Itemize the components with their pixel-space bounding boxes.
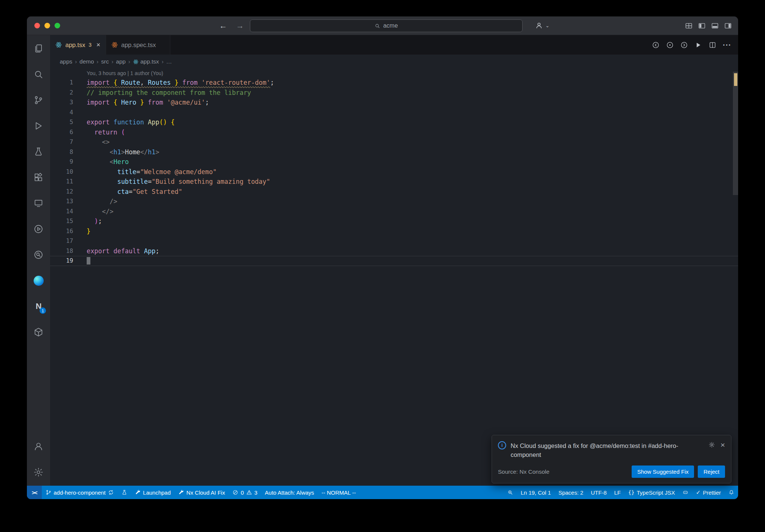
git-branch-icon [46, 489, 52, 495]
code-line[interactable]: 15 ); [50, 216, 738, 226]
explorer-icon[interactable] [30, 40, 47, 58]
breadcrumb-item[interactable]: src [101, 58, 109, 65]
scrollbar-thumb[interactable] [733, 72, 738, 195]
code-line[interactable]: 18export default App; [50, 246, 738, 256]
editor[interactable]: You, 3 hours ago | 1 author (You) 1impor… [50, 69, 738, 486]
go-back-icon[interactable]: ← [219, 21, 227, 30]
minimize-window-button[interactable] [44, 23, 50, 28]
code-token: > [121, 148, 125, 156]
search-icon[interactable] [30, 65, 47, 83]
reject-button[interactable]: Reject [698, 466, 725, 478]
code-line[interactable]: 16} [50, 226, 738, 236]
beaker-icon [121, 489, 127, 495]
remote-indicator[interactable]: >< [27, 486, 42, 499]
bell-icon [728, 489, 734, 495]
layout-controls [685, 22, 732, 30]
navigate-forward-icon[interactable] [680, 41, 688, 49]
breadcrumb-item[interactable]: app [116, 58, 126, 65]
code-line[interactable]: 12 cta="Get Started" [50, 187, 738, 197]
line-number: 4 [50, 108, 73, 118]
panel-right-icon[interactable] [724, 22, 732, 30]
language-label: TypeScript JSX [637, 489, 675, 496]
more-actions-icon[interactable]: ··· [723, 41, 731, 49]
run-file-icon[interactable] [694, 41, 702, 49]
navigate-back-icon[interactable] [652, 41, 660, 49]
accounts-icon[interactable] [30, 437, 47, 455]
close-window-button[interactable] [34, 23, 40, 28]
vim-mode-item[interactable]: -- NORMAL -- [318, 486, 360, 499]
testing-icon[interactable] [30, 143, 47, 161]
remote-explorer-icon[interactable] [30, 194, 47, 212]
package-explorer-icon[interactable] [30, 323, 47, 341]
code-line[interactable]: 19 [50, 256, 738, 266]
panel-left-icon[interactable] [698, 22, 706, 30]
layout-grid-icon[interactable] [685, 22, 693, 30]
check-icon: ✓ [696, 489, 701, 496]
close-notification-icon[interactable]: × [721, 441, 725, 448]
notifications-bell-item[interactable] [725, 486, 738, 499]
code-line[interactable]: 4 [50, 108, 738, 118]
cursor-position-item[interactable]: Ln 19, Col 1 [517, 486, 555, 499]
split-editor-icon[interactable] [709, 41, 716, 49]
code-line[interactable]: 2// importing the component from the lib… [50, 88, 738, 98]
problems-item[interactable]: 0 3 [229, 486, 261, 499]
code-line[interactable]: 8 <h1>Home</h1> [50, 147, 738, 157]
command-center-search[interactable]: acme [250, 19, 523, 32]
code-token: Routes [148, 79, 171, 86]
nx-console-icon[interactable]: N 1 [30, 297, 47, 315]
breadcrumb-item[interactable]: … [166, 58, 172, 65]
panel-bottom-icon[interactable] [711, 22, 719, 30]
breakpoint-icon[interactable] [666, 41, 674, 49]
branch-item[interactable]: add-hero-component [42, 486, 118, 499]
line-number: 6 [50, 127, 73, 137]
copilot-item[interactable] [679, 486, 692, 499]
code-token: ( [121, 129, 125, 136]
encoding-item[interactable]: UTF-8 [587, 486, 611, 499]
code-line[interactable]: 10 title="Welcmoe @acme/demo" [50, 167, 738, 177]
code-token: > [155, 148, 159, 156]
code-line[interactable]: 9 <Hero [50, 157, 738, 167]
tab-app-spec-tsx[interactable]: app.spec.tsx × [106, 35, 170, 55]
go-forward-icon[interactable]: → [236, 21, 244, 30]
extensions-icon[interactable] [30, 168, 47, 186]
profile-menu[interactable]: ⌄ [535, 21, 549, 30]
breadcrumb-item[interactable]: apps [60, 58, 72, 65]
show-suggested-fix-button[interactable]: Show Suggested Fix [632, 466, 694, 478]
breadcrumb-item[interactable]: demo [80, 58, 94, 65]
zoom-window-button[interactable] [55, 23, 60, 28]
edge-browser-icon[interactable] [30, 272, 47, 290]
language-mode-item[interactable]: {} TypeScript JSX [625, 486, 679, 499]
indentation-item[interactable]: Spaces: 2 [555, 486, 587, 499]
settings-gear-icon[interactable] [30, 463, 47, 481]
nx-cloud-fix-item[interactable]: Nx Cloud AI Fix [174, 486, 229, 499]
notification-settings-gear-icon[interactable] [708, 441, 715, 448]
test-status-item[interactable] [118, 486, 131, 499]
formatter-label: Prettier [703, 489, 721, 496]
code-line[interactable]: 13 /> [50, 197, 738, 207]
code-line[interactable]: 3import { Hero } from '@acme/ui'; [50, 98, 738, 108]
code-line[interactable]: 14 </> [50, 207, 738, 217]
code-line-content [73, 236, 87, 246]
breadcrumb-item[interactable]: app.tsx [133, 58, 159, 65]
code-search-icon[interactable] [30, 246, 47, 264]
code-line[interactable]: 1import { Route, Routes } from 'react-ro… [50, 78, 738, 88]
tab-app-tsx[interactable]: app.tsx 3 × [50, 35, 106, 55]
formatter-item[interactable]: ✓ Prettier [692, 486, 725, 499]
codelens-blame[interactable]: You, 3 hours ago | 1 author (You) [50, 69, 738, 78]
code-line[interactable]: 11 subtitle="Build something amazing tod… [50, 177, 738, 187]
code-line[interactable]: 5export function App() { [50, 117, 738, 127]
auto-attach-item[interactable]: Auto Attach: Always [261, 486, 318, 499]
code-line[interactable]: 7 <> [50, 137, 738, 147]
code-line[interactable]: 17 [50, 236, 738, 246]
close-tab-icon[interactable]: × [96, 41, 100, 49]
code-token: App [148, 118, 159, 126]
eol-item[interactable]: LF [610, 486, 625, 499]
run-debug-icon[interactable] [30, 117, 47, 135]
zoom-item[interactable] [504, 486, 517, 499]
code-token [87, 198, 109, 205]
line-number: 5 [50, 117, 73, 127]
run-target-icon[interactable] [30, 220, 47, 238]
source-control-icon[interactable] [30, 91, 47, 109]
code-line[interactable]: 6 return ( [50, 127, 738, 137]
launchpad-item[interactable]: Launchpad [131, 486, 174, 499]
